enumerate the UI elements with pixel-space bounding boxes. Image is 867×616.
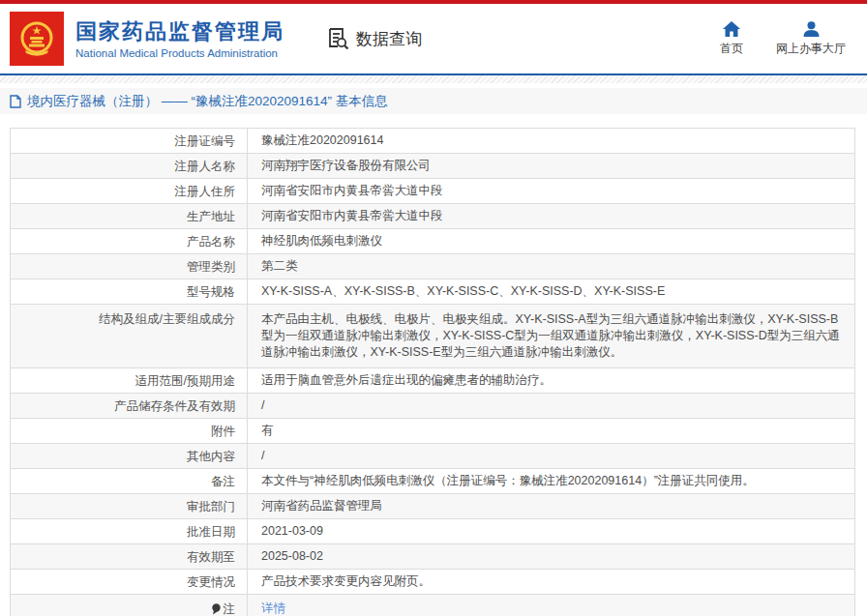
row-value: 产品技术要求变更内容见附页。 bbox=[248, 570, 854, 594]
row-value: / bbox=[248, 394, 854, 418]
site-title-en: National Medical Products Administration bbox=[75, 47, 284, 59]
row-label: 有效期至 bbox=[11, 544, 248, 569]
table-row: 生产地址 河南省安阳市内黄县帝喾大道中段 bbox=[11, 203, 854, 228]
table-row: 结构及组成/主要组成成分 本产品由主机、电极线、电极片、电极夹组成。XY-K-S… bbox=[11, 304, 854, 367]
table-row: 审批部门 河南省药品监督管理局 bbox=[11, 493, 854, 518]
row-label: 注 bbox=[11, 595, 248, 616]
row-value: 本产品由主机、电极线、电极片、电极夹组成。XY-K-SISS-A型为三组六通道脉… bbox=[248, 305, 854, 367]
row-label-text: 审批部门 bbox=[187, 499, 235, 514]
row-label: 变更情况 bbox=[11, 570, 248, 594]
data-query-tab[interactable]: 数据查询 bbox=[325, 26, 422, 51]
row-label: 产品储存条件及有效期 bbox=[11, 394, 248, 418]
row-value: 适用于脑血管意外后遗症出现的偏瘫患者的辅助治疗。 bbox=[248, 368, 854, 393]
row-label: 审批部门 bbox=[11, 494, 248, 518]
row-label: 型号规格 bbox=[11, 279, 248, 304]
brand-block: 国家药品监督管理局 National Medical Products Admi… bbox=[75, 19, 284, 59]
table-row: 批准日期 2021-03-09 bbox=[11, 518, 854, 543]
row-value: 神经肌肉低频电刺激仪 bbox=[248, 229, 854, 253]
info-table: 注册证编号 豫械注准20202091614 注册人名称 河南翔宇医疗设备股份有限… bbox=[10, 128, 855, 616]
row-label-text: 变更情况 bbox=[187, 574, 235, 590]
table-row: 注册人住所 河南省安阳市内黄县帝喾大道中段 bbox=[11, 178, 854, 203]
row-value: / bbox=[248, 444, 854, 468]
header-nav: 首页 网上办事大厅 bbox=[720, 21, 846, 57]
data-query-label: 数据查询 bbox=[356, 28, 422, 50]
site-title-cn: 国家药品监督管理局 bbox=[75, 19, 284, 44]
table-row: 产品名称 神经肌肉低频电刺激仪 bbox=[11, 228, 854, 253]
home-icon bbox=[723, 21, 740, 37]
breadcrumb-text: 境内医疗器械（注册） —— “豫械注准20202091614” 基本信息 bbox=[27, 93, 388, 110]
row-label-text: 附件 bbox=[211, 424, 235, 439]
row-value: 河南省安阳市内黄县帝喾大道中段 bbox=[248, 179, 854, 203]
row-label-text: 管理类别 bbox=[187, 259, 235, 275]
row-label-text: 生产地址 bbox=[187, 209, 235, 224]
row-label-text: 注册证编号 bbox=[175, 133, 236, 149]
row-label-text: 注 bbox=[224, 601, 236, 616]
nav-online-service[interactable]: 网上办事大厅 bbox=[776, 21, 846, 57]
row-label-text: 其他内容 bbox=[187, 449, 235, 464]
row-label-text: 产品名称 bbox=[187, 234, 235, 249]
row-label: 生产地址 bbox=[11, 204, 248, 228]
user-icon bbox=[803, 21, 820, 37]
row-label: 注册人住所 bbox=[11, 179, 248, 203]
table-row: 有效期至 2025-08-02 bbox=[11, 543, 854, 569]
table-row: 型号规格 XY-K-SISS-A、XY-K-SISS-B、XY-K-SISS-C… bbox=[11, 279, 854, 304]
table-row: 注册人名称 河南翔宇医疗设备股份有限公司 bbox=[11, 153, 854, 178]
row-label-text: 批准日期 bbox=[187, 524, 235, 540]
row-label: 产品名称 bbox=[11, 229, 248, 253]
row-label: 注册证编号 bbox=[11, 129, 248, 153]
page-doc-icon bbox=[10, 95, 21, 108]
table-row: 适用范围/预期用途 适用于脑血管意外后遗症出现的偏瘫患者的辅助治疗。 bbox=[11, 367, 854, 393]
row-value: 2025-08-02 bbox=[248, 544, 854, 569]
row-label-text: 型号规格 bbox=[187, 284, 235, 300]
row-value: 河南省安阳市内黄县帝喾大道中段 bbox=[248, 204, 854, 228]
table-row: 产品储存条件及有效期 / bbox=[11, 393, 854, 418]
row-value: 豫械注准20202091614 bbox=[248, 129, 854, 153]
table-row: 注 详情 bbox=[11, 594, 854, 616]
pin-icon bbox=[212, 603, 221, 615]
row-label-text: 备注 bbox=[211, 474, 235, 489]
row-value: 本文件与“神经肌肉低频电刺激仪（注册证编号：豫械注准20202091614）”注… bbox=[248, 469, 854, 493]
row-label: 管理类别 bbox=[11, 254, 248, 279]
row-label-text: 产品储存条件及有效期 bbox=[114, 398, 235, 414]
row-label-text: 注册人名称 bbox=[175, 159, 236, 174]
row-label: 备注 bbox=[11, 469, 248, 493]
site-header: 国家药品监督管理局 National Medical Products Admi… bbox=[0, 4, 867, 73]
row-label-text: 适用范围/预期用途 bbox=[135, 373, 235, 389]
row-label: 批准日期 bbox=[11, 519, 248, 543]
hatch-band bbox=[0, 75, 867, 83]
nav-home-label: 首页 bbox=[720, 41, 743, 57]
row-label: 附件 bbox=[11, 419, 248, 443]
row-label-text: 结构及组成/主要组成成分 bbox=[99, 311, 235, 327]
row-value: 2021-03-09 bbox=[248, 519, 854, 543]
row-value: XY-K-SISS-A、XY-K-SISS-B、XY-K-SISS-C、XY-K… bbox=[248, 279, 854, 304]
row-value: 第二类 bbox=[248, 254, 854, 279]
table-row: 附件 有 bbox=[11, 418, 854, 443]
table-row: 变更情况 产品技术要求变更内容见附页。 bbox=[11, 569, 854, 594]
row-label-text: 注册人住所 bbox=[175, 184, 236, 199]
table-row: 管理类别 第二类 bbox=[11, 253, 854, 279]
row-label-text: 有效期至 bbox=[187, 549, 235, 565]
national-emblem-icon bbox=[15, 17, 58, 60]
breadcrumb: 境内医疗器械（注册） —— “豫械注准20202091614” 基本信息 bbox=[0, 88, 867, 114]
nmpa-logo[interactable] bbox=[10, 12, 64, 66]
detail-link[interactable]: 详情 bbox=[248, 595, 854, 616]
row-label: 结构及组成/主要组成成分 bbox=[11, 305, 248, 367]
doc-search-icon bbox=[325, 26, 350, 51]
table-row: 其他内容 / bbox=[11, 443, 854, 468]
table-row: 备注 本文件与“神经肌肉低频电刺激仪（注册证编号：豫械注准20202091614… bbox=[11, 468, 854, 493]
table-row: 注册证编号 豫械注准20202091614 bbox=[11, 129, 854, 153]
row-label: 适用范围/预期用途 bbox=[11, 368, 248, 393]
nav-home[interactable]: 首页 bbox=[720, 21, 743, 57]
row-value: 有 bbox=[248, 419, 854, 443]
row-value: 河南省药品监督管理局 bbox=[248, 494, 854, 518]
row-label: 其他内容 bbox=[11, 444, 248, 468]
nav-online-service-label: 网上办事大厅 bbox=[776, 41, 846, 57]
row-value: 河南翔宇医疗设备股份有限公司 bbox=[248, 154, 854, 178]
row-label: 注册人名称 bbox=[11, 154, 248, 178]
